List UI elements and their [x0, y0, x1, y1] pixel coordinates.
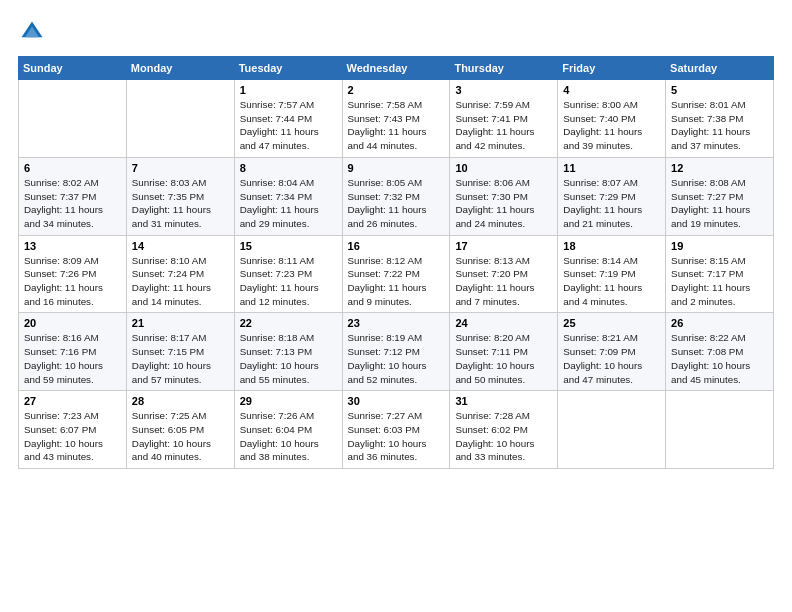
day-info: Sunrise: 8:17 AM Sunset: 7:15 PM Dayligh… — [132, 331, 229, 386]
calendar-cell: 28Sunrise: 7:25 AM Sunset: 6:05 PM Dayli… — [126, 391, 234, 469]
day-info: Sunrise: 8:05 AM Sunset: 7:32 PM Dayligh… — [348, 176, 445, 231]
day-info: Sunrise: 8:12 AM Sunset: 7:22 PM Dayligh… — [348, 254, 445, 309]
day-info: Sunrise: 7:26 AM Sunset: 6:04 PM Dayligh… — [240, 409, 337, 464]
day-info: Sunrise: 7:59 AM Sunset: 7:41 PM Dayligh… — [455, 98, 552, 153]
day-number: 4 — [563, 84, 660, 96]
day-info: Sunrise: 8:02 AM Sunset: 7:37 PM Dayligh… — [24, 176, 121, 231]
day-number: 29 — [240, 395, 337, 407]
calendar-cell: 14Sunrise: 8:10 AM Sunset: 7:24 PM Dayli… — [126, 235, 234, 313]
calendar-cell: 8Sunrise: 8:04 AM Sunset: 7:34 PM Daylig… — [234, 157, 342, 235]
calendar-cell — [558, 391, 666, 469]
day-info: Sunrise: 8:13 AM Sunset: 7:20 PM Dayligh… — [455, 254, 552, 309]
calendar-cell: 31Sunrise: 7:28 AM Sunset: 6:02 PM Dayli… — [450, 391, 558, 469]
calendar-cell: 2Sunrise: 7:58 AM Sunset: 7:43 PM Daylig… — [342, 80, 450, 158]
day-number: 26 — [671, 317, 768, 329]
column-header-sunday: Sunday — [19, 57, 127, 80]
day-info: Sunrise: 8:16 AM Sunset: 7:16 PM Dayligh… — [24, 331, 121, 386]
calendar-cell: 11Sunrise: 8:07 AM Sunset: 7:29 PM Dayli… — [558, 157, 666, 235]
day-number: 14 — [132, 240, 229, 252]
calendar-cell: 6Sunrise: 8:02 AM Sunset: 7:37 PM Daylig… — [19, 157, 127, 235]
calendar-cell: 25Sunrise: 8:21 AM Sunset: 7:09 PM Dayli… — [558, 313, 666, 391]
calendar-cell: 17Sunrise: 8:13 AM Sunset: 7:20 PM Dayli… — [450, 235, 558, 313]
calendar-cell: 30Sunrise: 7:27 AM Sunset: 6:03 PM Dayli… — [342, 391, 450, 469]
calendar-cell: 18Sunrise: 8:14 AM Sunset: 7:19 PM Dayli… — [558, 235, 666, 313]
calendar-cell — [19, 80, 127, 158]
day-info: Sunrise: 8:15 AM Sunset: 7:17 PM Dayligh… — [671, 254, 768, 309]
day-info: Sunrise: 8:21 AM Sunset: 7:09 PM Dayligh… — [563, 331, 660, 386]
day-number: 23 — [348, 317, 445, 329]
week-row-5: 27Sunrise: 7:23 AM Sunset: 6:07 PM Dayli… — [19, 391, 774, 469]
calendar-cell: 10Sunrise: 8:06 AM Sunset: 7:30 PM Dayli… — [450, 157, 558, 235]
calendar-cell: 4Sunrise: 8:00 AM Sunset: 7:40 PM Daylig… — [558, 80, 666, 158]
column-header-saturday: Saturday — [666, 57, 774, 80]
day-info: Sunrise: 7:27 AM Sunset: 6:03 PM Dayligh… — [348, 409, 445, 464]
column-header-tuesday: Tuesday — [234, 57, 342, 80]
column-header-thursday: Thursday — [450, 57, 558, 80]
day-number: 1 — [240, 84, 337, 96]
day-info: Sunrise: 7:25 AM Sunset: 6:05 PM Dayligh… — [132, 409, 229, 464]
day-number: 7 — [132, 162, 229, 174]
calendar-cell: 3Sunrise: 7:59 AM Sunset: 7:41 PM Daylig… — [450, 80, 558, 158]
calendar-cell: 15Sunrise: 8:11 AM Sunset: 7:23 PM Dayli… — [234, 235, 342, 313]
day-number: 20 — [24, 317, 121, 329]
calendar-cell: 21Sunrise: 8:17 AM Sunset: 7:15 PM Dayli… — [126, 313, 234, 391]
calendar-cell: 22Sunrise: 8:18 AM Sunset: 7:13 PM Dayli… — [234, 313, 342, 391]
day-number: 5 — [671, 84, 768, 96]
week-row-1: 1Sunrise: 7:57 AM Sunset: 7:44 PM Daylig… — [19, 80, 774, 158]
column-header-monday: Monday — [126, 57, 234, 80]
calendar-cell: 1Sunrise: 7:57 AM Sunset: 7:44 PM Daylig… — [234, 80, 342, 158]
day-info: Sunrise: 8:04 AM Sunset: 7:34 PM Dayligh… — [240, 176, 337, 231]
day-info: Sunrise: 8:00 AM Sunset: 7:40 PM Dayligh… — [563, 98, 660, 153]
week-row-3: 13Sunrise: 8:09 AM Sunset: 7:26 PM Dayli… — [19, 235, 774, 313]
calendar-cell: 16Sunrise: 8:12 AM Sunset: 7:22 PM Dayli… — [342, 235, 450, 313]
day-info: Sunrise: 8:20 AM Sunset: 7:11 PM Dayligh… — [455, 331, 552, 386]
day-info: Sunrise: 8:14 AM Sunset: 7:19 PM Dayligh… — [563, 254, 660, 309]
day-number: 28 — [132, 395, 229, 407]
logo-icon — [18, 18, 46, 46]
day-info: Sunrise: 8:01 AM Sunset: 7:38 PM Dayligh… — [671, 98, 768, 153]
day-number: 19 — [671, 240, 768, 252]
day-info: Sunrise: 8:03 AM Sunset: 7:35 PM Dayligh… — [132, 176, 229, 231]
calendar-cell: 5Sunrise: 8:01 AM Sunset: 7:38 PM Daylig… — [666, 80, 774, 158]
day-info: Sunrise: 8:19 AM Sunset: 7:12 PM Dayligh… — [348, 331, 445, 386]
day-number: 15 — [240, 240, 337, 252]
day-info: Sunrise: 8:18 AM Sunset: 7:13 PM Dayligh… — [240, 331, 337, 386]
day-info: Sunrise: 8:08 AM Sunset: 7:27 PM Dayligh… — [671, 176, 768, 231]
column-header-friday: Friday — [558, 57, 666, 80]
day-info: Sunrise: 8:07 AM Sunset: 7:29 PM Dayligh… — [563, 176, 660, 231]
calendar-table: SundayMondayTuesdayWednesdayThursdayFrid… — [18, 56, 774, 469]
day-number: 16 — [348, 240, 445, 252]
calendar-cell: 27Sunrise: 7:23 AM Sunset: 6:07 PM Dayli… — [19, 391, 127, 469]
calendar-header-row: SundayMondayTuesdayWednesdayThursdayFrid… — [19, 57, 774, 80]
day-number: 10 — [455, 162, 552, 174]
day-number: 21 — [132, 317, 229, 329]
calendar-cell: 20Sunrise: 8:16 AM Sunset: 7:16 PM Dayli… — [19, 313, 127, 391]
day-info: Sunrise: 8:11 AM Sunset: 7:23 PM Dayligh… — [240, 254, 337, 309]
day-number: 31 — [455, 395, 552, 407]
calendar-cell: 12Sunrise: 8:08 AM Sunset: 7:27 PM Dayli… — [666, 157, 774, 235]
calendar-cell — [126, 80, 234, 158]
day-number: 27 — [24, 395, 121, 407]
calendar-cell: 24Sunrise: 8:20 AM Sunset: 7:11 PM Dayli… — [450, 313, 558, 391]
day-number: 12 — [671, 162, 768, 174]
day-info: Sunrise: 7:57 AM Sunset: 7:44 PM Dayligh… — [240, 98, 337, 153]
calendar-cell: 29Sunrise: 7:26 AM Sunset: 6:04 PM Dayli… — [234, 391, 342, 469]
day-number: 6 — [24, 162, 121, 174]
day-number: 22 — [240, 317, 337, 329]
day-number: 30 — [348, 395, 445, 407]
day-info: Sunrise: 8:06 AM Sunset: 7:30 PM Dayligh… — [455, 176, 552, 231]
day-number: 24 — [455, 317, 552, 329]
header — [18, 18, 774, 46]
day-number: 25 — [563, 317, 660, 329]
calendar-cell: 23Sunrise: 8:19 AM Sunset: 7:12 PM Dayli… — [342, 313, 450, 391]
day-info: Sunrise: 8:10 AM Sunset: 7:24 PM Dayligh… — [132, 254, 229, 309]
day-number: 3 — [455, 84, 552, 96]
calendar-cell: 13Sunrise: 8:09 AM Sunset: 7:26 PM Dayli… — [19, 235, 127, 313]
calendar-cell: 19Sunrise: 8:15 AM Sunset: 7:17 PM Dayli… — [666, 235, 774, 313]
page: SundayMondayTuesdayWednesdayThursdayFrid… — [0, 0, 792, 612]
day-number: 13 — [24, 240, 121, 252]
day-number: 11 — [563, 162, 660, 174]
column-header-wednesday: Wednesday — [342, 57, 450, 80]
week-row-2: 6Sunrise: 8:02 AM Sunset: 7:37 PM Daylig… — [19, 157, 774, 235]
day-info: Sunrise: 7:58 AM Sunset: 7:43 PM Dayligh… — [348, 98, 445, 153]
